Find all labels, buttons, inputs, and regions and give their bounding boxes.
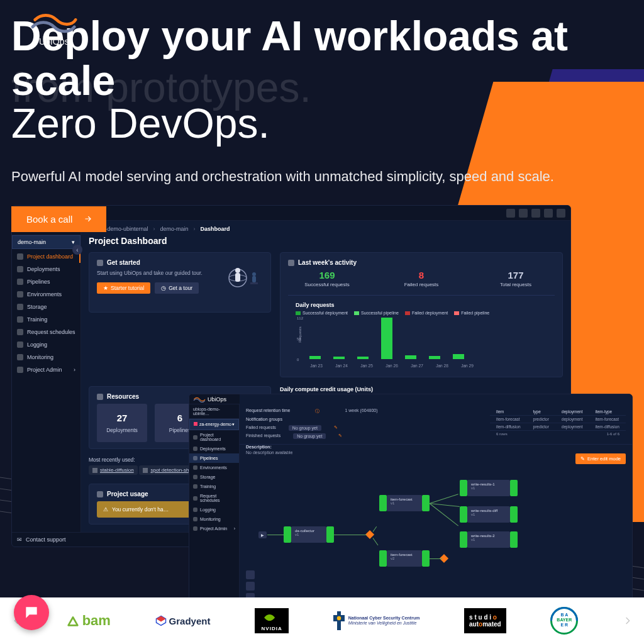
svg-rect-5 (252, 276, 256, 282)
pipeline-node-output[interactable] (326, 526, 334, 543)
schedules-icon (17, 329, 23, 335)
starter-tutorial-button[interactable]: ★Starter tutorial (97, 282, 150, 294)
info-icon[interactable]: ⓘ (315, 408, 319, 414)
pipeline-canvas[interactable]: ▶ da-collectorv1 item-forecastv1 write-r… (240, 469, 632, 607)
sidebar-item-request-schedules[interactable]: Request schedules (12, 326, 80, 338)
pencil-icon[interactable]: ✎ (334, 425, 338, 431)
brand-logo[interactable]: UbiOps (30, 11, 78, 47)
sidebar-item-storage[interactable]: Storage (12, 301, 80, 313)
pipeline-screenshot-2: UbiOps ubiops-demo-ubinte… za-energy-dem… (189, 394, 633, 608)
sidebar-item-project-dashboard[interactable]: Project dashboard (189, 430, 239, 444)
daily-compute-credit-title: Daily compute credit usage (Units) (280, 386, 563, 392)
pipeline-node[interactable]: write-results-2v1 (467, 531, 510, 548)
table-row[interactable]: item-diffusionpredictordeploymentitem-di… (490, 423, 626, 431)
table-row[interactable]: item-forecastpredictordeploymentitem-for… (490, 416, 626, 423)
pipeline-node[interactable]: item-forecastv2 (387, 550, 422, 567)
get-a-tour-button[interactable]: ◷Get a tour (155, 282, 199, 294)
schedules-icon (193, 496, 197, 501)
sidebar-item-environments[interactable]: Environments (189, 463, 239, 472)
zoom-out-icon[interactable] (246, 582, 255, 591)
resource-deployments[interactable]: 27Deployments (97, 404, 147, 442)
sidebar-item-project-admin[interactable]: Project Admin› (189, 524, 239, 533)
mru-chip[interactable]: stable-diffusion (89, 465, 138, 475)
mru-chip[interactable]: spot detection-sh (139, 465, 192, 475)
chart-icon (97, 491, 103, 497)
sidebar-item-storage[interactable]: Storage (189, 472, 239, 482)
pipeline-node[interactable]: write-results-1v1 (467, 480, 510, 496)
failed-requests-count: 8 (382, 270, 460, 280)
sidebar-item-logging[interactable]: Logging (189, 505, 239, 514)
carousel-next-button[interactable] (623, 616, 633, 626)
sidebar-item-project-admin[interactable]: Project Admin› (12, 364, 80, 376)
sidebar-collapse-button[interactable]: ‹ (72, 245, 82, 255)
sidebar-item-deployments[interactable]: Deployments (189, 444, 239, 453)
enter-edit-mode-button[interactable]: ✎Enter edit mode (575, 453, 626, 464)
pipeline-node[interactable]: write-results-diffv1 (467, 506, 510, 523)
pipeline-node-output[interactable] (510, 531, 518, 548)
pipeline-node[interactable]: da-collectorv1 (291, 526, 326, 543)
contact-support-link[interactable]: Contact support (26, 536, 66, 543)
pipeline-node[interactable] (460, 531, 467, 548)
hero-subtitle: Zero DevOps. (11, 101, 625, 146)
onboarding-illustration (225, 262, 263, 294)
home-icon (17, 253, 23, 260)
pipeline-node[interactable] (460, 506, 467, 523)
sidebar-item-training[interactable]: Training (12, 313, 80, 326)
sidebar-item-environments[interactable]: Environments (12, 288, 80, 301)
pencil-icon[interactable]: ✎ (338, 433, 342, 439)
pipeline-node[interactable] (460, 480, 467, 496)
globe-icon: ◷ (161, 285, 166, 291)
environments-icon (17, 291, 23, 297)
pipeline-node[interactable]: item-forecastv1 (387, 495, 422, 511)
x-axis-labels: Jan 23 Jan 24 Jan 25 Jan 26 Jan 27 Jan 2… (308, 364, 478, 368)
client-logo-bam[interactable]: bam (66, 608, 111, 633)
alert-icon: ⚠ (103, 506, 108, 513)
deployments-icon (17, 266, 23, 272)
training-icon (17, 316, 23, 323)
monitoring-icon (193, 517, 197, 521)
sidebar-item-project-dashboard[interactable]: Project dashboard (12, 250, 80, 263)
book-a-call-button[interactable]: Book a call (11, 206, 106, 232)
hero-tagline: Powerful AI model serving and orchestrat… (11, 169, 625, 185)
client-logos-carousel: bam Gradyent NVIDIA Nationaal Cyber Secu… (0, 597, 644, 644)
sidebar-item-monitoring[interactable]: Monitoring (189, 514, 239, 524)
client-logo-nvidia[interactable]: NVIDIA (255, 608, 289, 633)
pipeline-node-output[interactable] (422, 550, 430, 567)
storage-icon (17, 304, 23, 310)
sidebar-item-pipelines[interactable]: Pipelines (189, 453, 239, 463)
pipeline-node[interactable] (379, 495, 387, 511)
sidebar-item-pipelines[interactable]: Pipelines (12, 275, 80, 288)
sidebar-item-deployments[interactable]: Deployments (12, 263, 80, 275)
project-selector[interactable]: demo-main▾ (12, 235, 80, 249)
pipeline-start-node[interactable]: ▶ (258, 531, 267, 538)
chat-widget-button[interactable] (14, 595, 49, 630)
zoom-in-icon[interactable] (246, 570, 255, 579)
pipeline-node-output[interactable] (510, 506, 518, 523)
project-selector[interactable]: za-energy-demo▾ (189, 419, 239, 430)
status-dot-icon (194, 422, 197, 426)
daily-requests-chart: Daily requests Successful deployment Suc… (288, 295, 555, 370)
brand-name: UbiOps (39, 36, 69, 47)
sidebar-item-request-schedules[interactable]: Request schedules (189, 491, 239, 505)
sidebar-item-training[interactable]: Training (189, 482, 239, 491)
last-week-activity-card: Last week's activity 169Successful reque… (280, 252, 563, 377)
admin-icon (17, 367, 23, 373)
sidebar-item-monitoring[interactable]: Monitoring (12, 351, 80, 364)
pipeline-node[interactable] (379, 550, 387, 567)
client-logo-gradyent[interactable]: Gradyent (155, 608, 211, 633)
sidebar: ubiops-demo-ubinte… za-energy-demo▾ Proj… (189, 394, 240, 607)
svg-point-12 (337, 616, 341, 620)
pipeline-node-output[interactable] (510, 480, 518, 496)
pencil-icon: ✎ (580, 456, 585, 462)
pipeline-node[interactable] (284, 526, 291, 543)
flag-icon (97, 260, 103, 266)
client-logo-studio-automated[interactable]: s t u d i oautomated (464, 608, 506, 633)
client-logo-ncsc[interactable]: Nationaal Cyber Security Centrum Ministe… (333, 608, 420, 633)
pipeline-node-output[interactable] (422, 495, 430, 511)
chevron-down-icon: ▾ (72, 239, 75, 245)
app-logo[interactable]: UbiOps (193, 396, 226, 402)
svg-point-2 (235, 268, 240, 273)
client-logo-bayer[interactable]: B ABAYERE R (550, 607, 578, 635)
sidebar-item-logging[interactable]: Logging (12, 338, 80, 351)
org-selector[interactable]: ubiops-demo-ubinte… (189, 404, 239, 419)
